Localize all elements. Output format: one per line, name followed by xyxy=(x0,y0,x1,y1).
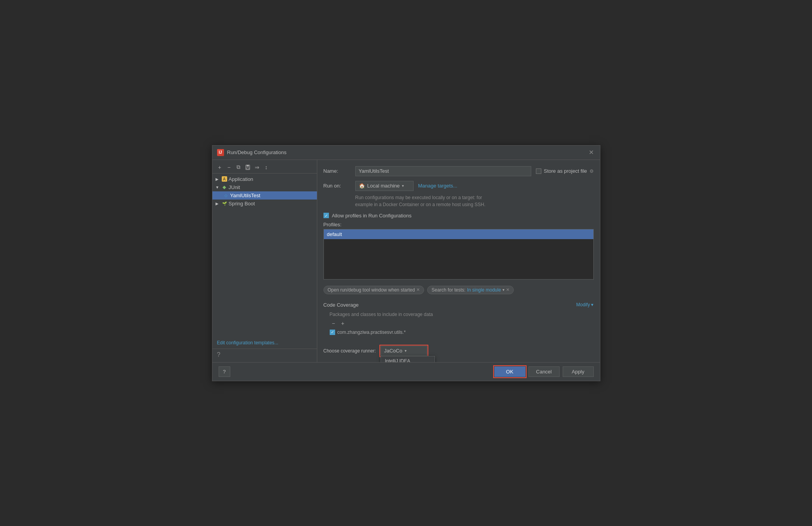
spring-icon: 🌱 xyxy=(222,201,227,206)
runner-row: Choose coverage runner: JaCoCo ▾ Intelli… xyxy=(323,346,594,356)
name-label: Name: xyxy=(323,168,351,174)
name-input[interactable] xyxy=(355,166,532,176)
tag-label-search-tests: Search for tests: xyxy=(431,287,465,293)
sort-button[interactable]: ↕ xyxy=(262,163,271,172)
hint-text: Run configurations may be executed local… xyxy=(355,194,594,208)
runner-option-intellij[interactable]: IntelliJ IDEA xyxy=(381,356,435,362)
chevron-icon-spring: ▶ xyxy=(216,201,220,206)
tree-label-spring-boot: Spring Boot xyxy=(229,201,255,207)
profiles-label: Profiles: xyxy=(323,222,594,227)
bottom-right: OK Cancel Apply xyxy=(494,366,594,377)
coverage-packages-label: Packages and classes to include in cover… xyxy=(330,312,594,317)
coverage-add-btn[interactable]: + xyxy=(339,319,347,327)
title-bar-left: IJ Run/Debug Configurations xyxy=(217,149,287,156)
edit-configuration-link[interactable]: Edit configuration templates... xyxy=(212,337,317,349)
title-bar: IJ Run/Debug Configurations ✕ xyxy=(212,146,600,160)
runner-dropdown-arrow-icon: ▾ xyxy=(405,349,407,353)
help-bottom-button[interactable]: ? xyxy=(219,366,230,377)
tags-row: Open run/debug tool window when started … xyxy=(323,286,594,294)
tag-close-search-tests[interactable]: ✕ xyxy=(506,287,509,292)
copy-button[interactable]: ⧉ xyxy=(234,163,243,172)
runner-selected-label: JaCoCo xyxy=(384,348,402,354)
profiles-list[interactable]: default xyxy=(323,229,594,279)
allow-profiles-checkbox[interactable]: ✓ xyxy=(323,213,329,218)
settings-icon[interactable]: ⚙ xyxy=(589,168,594,174)
coverage-item-checkbox[interactable]: ✓ xyxy=(330,330,335,335)
bottom-bar: ? OK Cancel Apply xyxy=(212,362,600,381)
tree-item-junit[interactable]: ▼ ◆ JUnit xyxy=(212,183,317,191)
svg-rect-1 xyxy=(247,165,249,167)
local-machine-dropdown[interactable]: 🏠 Local machine ▾ xyxy=(355,181,414,191)
manage-targets-link[interactable]: Manage targets... xyxy=(418,183,457,189)
ok-button[interactable]: OK xyxy=(494,366,525,377)
profile-item-default[interactable]: default xyxy=(324,229,593,239)
store-project-checkbox[interactable] xyxy=(536,168,541,174)
name-row: Name: Store as project file ⚙ xyxy=(323,166,594,176)
bottom-left: ? xyxy=(219,366,230,377)
coverage-subsection: Packages and classes to include in cover… xyxy=(330,312,594,335)
runner-select: JaCoCo ▾ IntelliJ IDEA JaCoCo xyxy=(381,346,427,356)
run-debug-dialog: IJ Run/Debug Configurations ✕ + − ⧉ ⇒ xyxy=(212,145,600,381)
remove-button[interactable]: − xyxy=(225,163,233,172)
dropdown-arrow-search-tests-icon[interactable]: ▾ xyxy=(503,288,504,292)
yaml-icon: ◇ xyxy=(223,193,229,198)
home-icon: 🏠 xyxy=(359,183,365,189)
tree-label-application: Application xyxy=(229,176,254,182)
dialog-title: Run/Debug Configurations xyxy=(227,149,287,155)
tag-search-tests: Search for tests: In single module ▾ ✕ xyxy=(427,286,514,294)
apply-button[interactable]: Apply xyxy=(563,366,594,377)
allow-profiles-label: Allow profiles in Run Configurations xyxy=(332,213,412,219)
runner-label: Choose coverage runner: xyxy=(323,348,376,354)
coverage-item-label: com.zhangziwa.practisesvr.utils.* xyxy=(337,330,406,335)
dropdown-arrow-icon: ▾ xyxy=(402,184,404,188)
store-project-row: Store as project file ⚙ xyxy=(536,168,593,174)
tag-label-open-run-debug: Open run/debug tool window when started xyxy=(328,287,415,293)
toolbar: + − ⧉ ⇒ ↕ xyxy=(212,161,317,174)
coverage-remove-btn[interactable]: − xyxy=(330,319,337,327)
chevron-icon-application: ▶ xyxy=(216,177,220,181)
move-button[interactable]: ⇒ xyxy=(253,163,261,172)
modify-button[interactable]: Modify ▾ xyxy=(576,302,594,307)
coverage-item-1: ✓ com.zhangziwa.practisesvr.utils.* xyxy=(330,330,594,335)
junit-icon: ◆ xyxy=(222,184,227,190)
coverage-mini-toolbar: − + xyxy=(330,319,594,327)
right-panel: Name: Store as project file ⚙ Run on: 🏠 … xyxy=(317,160,600,362)
svg-rect-2 xyxy=(247,168,249,169)
save-button[interactable] xyxy=(243,163,252,172)
tree-label-junit: JUnit xyxy=(229,184,240,190)
app-icon: IJ xyxy=(217,149,224,156)
tree-item-spring-boot[interactable]: ▶ 🌱 Spring Boot xyxy=(212,200,317,208)
tag-close-open-run-debug[interactable]: ✕ xyxy=(416,287,420,292)
code-coverage-section: Code Coverage Modify ▾ xyxy=(323,302,594,308)
tag-highlight-in-single-module[interactable]: In single module xyxy=(467,287,501,293)
add-button[interactable]: + xyxy=(216,163,224,172)
runner-dropdown-popup: IntelliJ IDEA JaCoCo xyxy=(381,356,435,362)
tree-item-yaml-utils-test[interactable]: ◇ YamlUtilsTest xyxy=(212,191,317,200)
close-button[interactable]: ✕ xyxy=(588,149,595,156)
main-content: + − ⧉ ⇒ ↕ ▶ A Application xyxy=(212,160,600,362)
run-on-label: Run on: xyxy=(323,183,351,189)
application-icon: A xyxy=(222,176,227,182)
tree-item-application[interactable]: ▶ A Application xyxy=(212,175,317,183)
run-on-row: Run on: 🏠 Local machine ▾ Manage targets… xyxy=(323,181,594,191)
help-button[interactable]: ? xyxy=(212,349,317,361)
tree-area: ▶ A Application ▼ ◆ JUnit ◇ YamlUtilsTes… xyxy=(212,174,317,337)
chevron-icon-junit: ▼ xyxy=(216,185,220,189)
tag-open-run-debug: Open run/debug tool window when started … xyxy=(323,286,424,294)
code-coverage-title: Code Coverage xyxy=(323,302,359,308)
tree-label-yaml-utils-test: YamlUtilsTest xyxy=(230,193,261,198)
local-machine-label: Local machine xyxy=(367,183,400,189)
allow-profiles-row: ✓ Allow profiles in Run Configurations xyxy=(323,213,594,219)
cancel-button[interactable]: Cancel xyxy=(529,366,560,377)
left-panel: + − ⧉ ⇒ ↕ ▶ A Application xyxy=(212,160,317,362)
runner-dropdown-btn[interactable]: JaCoCo ▾ xyxy=(381,346,427,356)
store-project-label: Store as project file xyxy=(544,168,587,174)
